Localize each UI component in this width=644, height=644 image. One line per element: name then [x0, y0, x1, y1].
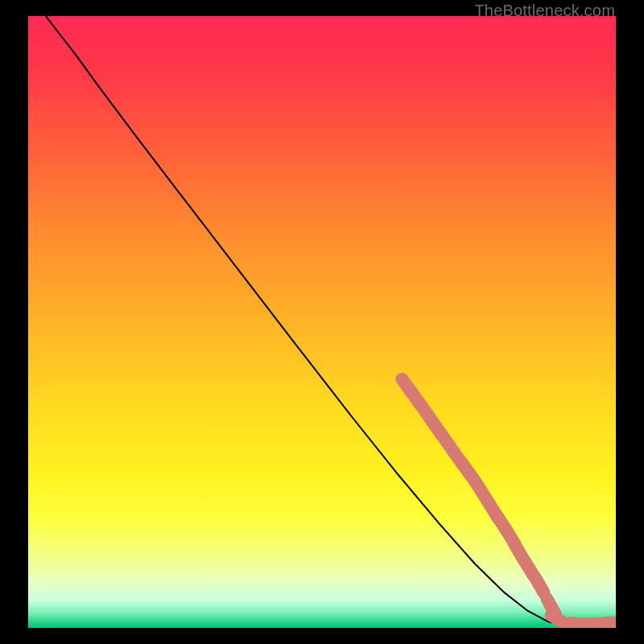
chart-plot	[28, 16, 616, 628]
curve-marker	[551, 615, 567, 625]
curve-marker	[535, 577, 544, 592]
chart-frame: TheBottleneck.com	[0, 0, 644, 644]
gradient-background	[28, 16, 616, 628]
